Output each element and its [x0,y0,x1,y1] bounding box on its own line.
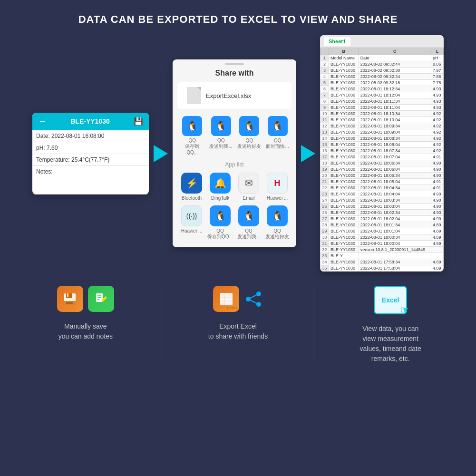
excel-row: 20BLE-YY10302022-08-01 18:05:344.90 [321,173,444,179]
back-icon[interactable]: ← [38,117,47,126]
excel-row-num: 16 [321,148,329,154]
share-handle-bar [225,63,244,65]
svg-line-16 [248,294,259,299]
excel-cell: 2022-08-01 18:06:04 [359,166,431,173]
svg-rect-1 [66,293,72,298]
app-item-qq2[interactable]: 🐧 QQ保存到QQ... [207,205,233,240]
excel-cell: 4.93 [431,92,443,98]
screenshots-row: ← BLE-YY1030 💾 Date: 2022-08-01 16:08:00… [0,35,476,272]
app-item-bluetooth[interactable]: ⚡ Bluetooth [179,173,205,201]
excel-cell: 2022-08-01 18:11:34 [359,98,431,105]
app-item-dingtalk[interactable]: 🔔 DingTalk [207,173,233,201]
qq4-label: QQ发送给好友 [265,228,289,240]
excel-row-num: 11 [321,117,329,123]
excel-row-num: 8 [321,98,329,105]
excel-row-num: 18 [321,160,329,166]
qq-label-3: QQ发送给好友 [237,138,261,150]
app-item-email[interactable]: ✉ Email [236,173,262,201]
app-item-huawei[interactable]: H Huawei ... [264,173,291,201]
excel-row: 32BLE-YY1030version:10.8.1_20200911_1448… [321,247,444,253]
qq-item-1[interactable]: 🐧 QQ保存到QQ... [180,116,204,155]
app-item-qq3[interactable]: 🐧 QQ发送到我... [236,205,262,240]
excel-tab-bar: Sheet1 [320,35,444,48]
excel-cell: BLE-YY1030 [329,247,359,253]
excel-cell: 4.93 [431,105,443,111]
excel-cell: 2022-08-02 09:32:18 [359,80,431,86]
excel-cell: 4.92 [431,117,443,123]
excel-row-num: 19 [321,166,329,173]
excel-cell: 4.90 [431,173,443,179]
excel-row: 35BLE-YY10302022-08-01 17:58:044.89 [321,265,444,272]
phone-screen-1: ← BLE-YY1030 💾 Date: 2022-08-01 16:08:00… [32,113,149,194]
bottom-item-view: Excel ☞ View data, you can view measurem… [314,286,466,364]
excel-row-num: 13 [321,129,329,136]
excel-cell: BLE-YY1030 [329,228,359,234]
excel-cell: BLE-YY1030 [329,265,359,272]
excel-cell: 2022-08-01 18:04:04 [359,191,431,197]
qq3-icon: 🐧 [238,205,259,226]
email-label: Email [243,195,254,201]
excel-cell: 2022-08-01 18:12:04 [359,92,431,98]
bottom-text-view: View data, you can view measurement valu… [360,324,421,364]
excel-cell: BLE-YY1030 [329,61,359,68]
excel-row-num: 31 [321,241,329,247]
excel-cell: BLE-YY1030 [329,117,359,123]
excel-cell [431,247,443,253]
qq-item-2[interactable]: 🐧 QQ发送到我... [209,116,232,155]
excel-row-num: 24 [321,197,329,204]
excel-row: 4BLE-YY10302022-08-02 09:32:247.86 [321,74,444,80]
excel-cell: 4.90 [431,197,443,204]
file-item[interactable]: ExportExcel.xlsx [177,82,291,109]
phone-row-notes: Notes: [32,166,149,194]
excel-row: 2BLE-YY10302022-08-02 09:32:448.06 [321,61,444,68]
bottom-item-save: Manually save you can add notes [10,286,162,364]
excel-row-num: 15 [321,142,329,148]
excel-row: 33BLE-Y... [321,253,444,259]
excel-cell: BLE-YY1030 [329,105,359,111]
arrow-shape-2 [301,145,315,162]
excel-row: 5BLE-YY10302022-08-02 09:32:187.75 [321,80,444,86]
excel-cell: 2022-08-01 18:11:04 [359,105,431,111]
excel-row-num: 6 [321,86,329,92]
excel-row-num: 20 [321,173,329,179]
excel-row-num: 26 [321,210,329,216]
share-icon [244,290,263,309]
excel-cell: BLE-YY1030 [329,166,359,173]
qq4-icon: 🐧 [267,205,288,226]
excel-row: 18BLE-YY10302022-08-01 18:06:344.90 [321,160,444,166]
excel-cell: 4.89 [431,234,443,241]
qq-avatar-1: 🐧 [182,116,202,136]
excel-row: 21BLE-YY10302022-08-01 18:05:044.91 [321,179,444,185]
excel-cell: BLE-YY1030 [329,68,359,74]
excel-cell: 2022-08-01 18:01:04 [359,228,431,234]
svg-rect-4 [66,302,73,304]
qq-item-3[interactable]: 🐧 QQ发送给好友 [237,116,261,155]
app-list-title: App list [173,157,296,170]
excel-cell: BLE-YY1030 [329,80,359,86]
app-row-2: ((·)) Huawei ... 🐧 QQ保存到QQ... 🐧 QQ发送到我..… [173,203,296,243]
excel-row: 34BLE-YY10302022-08-01 17:58:344.89 [321,259,444,265]
save-icon[interactable]: 💾 [134,117,143,126]
excel-cell: 4.89 [431,265,443,272]
excel-col-b: B [329,48,359,55]
save-floppy-icon [57,286,83,312]
excel-row: 6BLE-YY10302022-08-01 18:12:344.93 [321,86,444,92]
bottom-section: Manually save you can add notes Excel [0,286,476,364]
qq-item-4[interactable]: 🐧 QQ面对面快... [266,116,289,155]
bottom-icons-view: Excel ☞ [374,286,407,314]
excel-cell: BLE-YY1030 [329,111,359,117]
share-handle [173,59,296,69]
excel-row: 22BLE-YY10302022-08-01 18:04:344.91 [321,185,444,191]
excel-cell: 2022-08-01 18:05:04 [359,179,431,185]
qq-label-2: QQ发送到我... [209,138,232,150]
excel-row-num: 1 [321,55,329,61]
excel-cell: BLE-YY1030 [329,136,359,142]
excel-tab-sheet1[interactable]: Sheet1 [324,37,350,46]
excel-col-num [321,48,329,55]
excel-cell: BLE-YY1030 [329,160,359,166]
app-item-huawei2[interactable]: ((·)) Huawei ... [179,205,205,240]
excel-row: 24BLE-YY10302022-08-01 18:03:344.90 [321,197,444,204]
arrow-shape-1 [154,145,168,162]
excel-row: 16BLE-YY10302022-08-01 18:07:344.92 [321,148,444,154]
app-item-qq4[interactable]: 🐧 QQ发送给好友 [264,205,291,240]
